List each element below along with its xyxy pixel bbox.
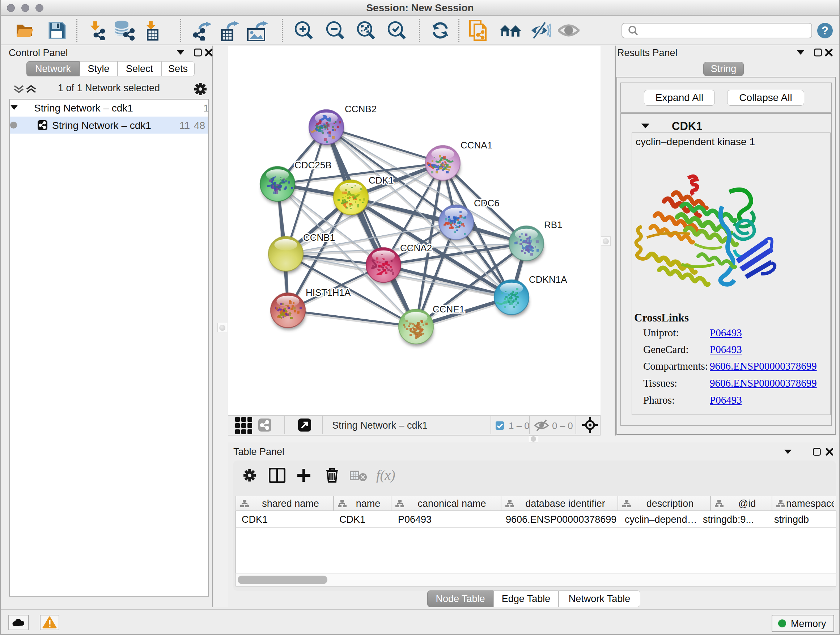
svg-text:CCNB2: CCNB2 bbox=[345, 103, 377, 114]
svg-text:CCNB1: CCNB1 bbox=[303, 232, 335, 243]
svg-text:CDK1: CDK1 bbox=[369, 175, 393, 186]
svg-text:CCNA2: CCNA2 bbox=[400, 242, 432, 253]
svg-text:HIST1H1A: HIST1H1A bbox=[306, 287, 351, 298]
svg-text:CCNE1: CCNE1 bbox=[433, 304, 464, 315]
svg-text:CDKN1A: CDKN1A bbox=[529, 274, 567, 285]
svg-text:CCNA1: CCNA1 bbox=[461, 140, 493, 150]
svg-text:CDC6: CDC6 bbox=[474, 198, 500, 209]
svg-text:RB1: RB1 bbox=[544, 219, 562, 230]
svg-text:CDC25B: CDC25B bbox=[294, 160, 332, 171]
